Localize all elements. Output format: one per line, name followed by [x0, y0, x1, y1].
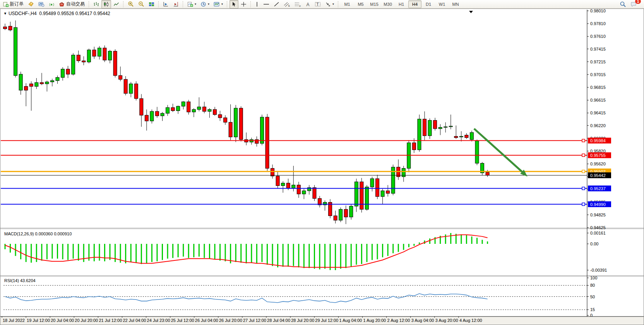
hline-endpoint-marker[interactable] — [582, 139, 585, 142]
candle — [265, 114, 269, 171]
auto-trading-button[interactable]: 自动交易 — [57, 0, 87, 9]
vertical-line-tool-button[interactable] — [253, 0, 261, 9]
hline-endpoint-marker[interactable] — [582, 170, 585, 173]
candle-body-down — [255, 140, 259, 143]
candle-body-up — [470, 133, 473, 140]
indicators-button[interactable]: ▾ — [185, 0, 198, 9]
price-tick-label: 0.97215 — [590, 60, 606, 64]
equidistant-channel-tool-button[interactable]: E — [282, 0, 292, 9]
candle-body-up — [182, 102, 185, 106]
candle-body-up — [45, 82, 49, 84]
signals-button[interactable] — [47, 0, 57, 9]
tile-windows-button[interactable] — [147, 0, 156, 9]
time-tick-label: 19 Jul 12:00 — [27, 318, 50, 323]
candle-body-down — [134, 84, 138, 99]
search-button[interactable] — [618, 0, 628, 9]
timeframe-M30[interactable]: M30 — [381, 0, 394, 8]
time-axis[interactable]: 18 Jul 202219 Jul 12:0020 Jul 04:0020 Ju… — [0, 316, 644, 325]
time-tick-label: 21 Jul 12:00 — [99, 318, 122, 323]
zoom-in-icon — [128, 1, 134, 7]
notification-badge: 1 — [635, 0, 641, 4]
toolbar-separator — [338, 1, 339, 7]
dropdown-caret: ▾ — [332, 2, 334, 6]
candle-body-down — [9, 26, 12, 30]
candle-body-down — [155, 111, 159, 116]
text-label-tool-button[interactable]: T — [313, 0, 323, 9]
candle-body-up — [208, 109, 211, 111]
toolbar-separator — [250, 1, 251, 7]
candle-body-up — [161, 113, 164, 116]
hline-price-box: 0.95237 — [588, 185, 611, 191]
arrows-icon — [325, 2, 331, 7]
candlestick-mode-button[interactable] — [101, 0, 111, 9]
timeframe-H1[interactable]: H1 — [395, 0, 408, 8]
time-tick-label: 20 Jul 20:00 — [75, 318, 98, 323]
hline-endpoint-marker[interactable] — [582, 203, 585, 206]
candle — [428, 118, 432, 139]
timeframe-H4[interactable]: H4 — [408, 0, 421, 8]
horizontal-line-tool-button[interactable] — [261, 0, 271, 9]
chart-background — [0, 9, 644, 325]
cursor-tool-button[interactable] — [230, 0, 238, 9]
text-tool-button[interactable]: A — [303, 0, 312, 9]
trendline-tool-button[interactable] — [272, 0, 281, 9]
chart-window: ▼USDCHF-,H4 0.95489 0.95526 0.95417 0.95… — [0, 9, 644, 325]
hline-endpoint-marker[interactable] — [582, 187, 585, 190]
main-toolbar: 新订单 自动交易 ▾ ▾ — [0, 0, 644, 9]
candle — [113, 49, 117, 77]
timeframe-M5[interactable]: M5 — [354, 0, 367, 8]
candle-body-up — [459, 136, 463, 137]
candle-body-up — [50, 81, 54, 82]
new-order-button[interactable]: 新订单 — [1, 0, 26, 9]
svg-text:E: E — [288, 5, 290, 7]
periods-button[interactable]: ▾ — [199, 0, 211, 9]
indicators-icon — [187, 2, 193, 7]
candle-body-down — [77, 55, 80, 61]
price-tick-label: 0.98010 — [590, 9, 606, 13]
zoom-out-button[interactable] — [136, 0, 146, 9]
fibonacci-tool-button[interactable]: F — [293, 0, 303, 9]
price-quotes-button[interactable] — [26, 0, 36, 9]
hline-price-box-label: 0.95984 — [590, 138, 606, 143]
chart-shift-button[interactable] — [171, 0, 181, 9]
toolbar-separator — [183, 1, 183, 7]
candle-body-down — [66, 69, 70, 74]
candle-body-down — [386, 191, 390, 194]
zoom-in-button[interactable] — [126, 0, 136, 9]
line-chart-mode-button[interactable] — [111, 0, 121, 9]
rsi-tick-label: 15 — [590, 307, 595, 312]
arrows-tool-button[interactable]: ▾ — [323, 0, 336, 9]
timeframe-MN[interactable]: MN — [449, 0, 462, 8]
timeframe-M1[interactable]: M1 — [341, 0, 354, 8]
time-tick-label: 18 Jul 2022 — [3, 318, 25, 323]
toolbar-separator — [123, 1, 124, 7]
timeframe-W1[interactable]: W1 — [435, 0, 449, 8]
bar-chart-icon — [93, 2, 99, 7]
candle-body-down — [213, 109, 217, 114]
timeframe-M15[interactable]: M15 — [368, 0, 381, 8]
time-tick-label: 1 Aug 04:00 — [339, 318, 362, 323]
candle-body-down — [334, 216, 337, 220]
market-watch-button[interactable] — [36, 0, 46, 9]
price-tick-label: 0.96615 — [590, 98, 606, 102]
timeframe-D1[interactable]: D1 — [422, 0, 435, 8]
templates-button[interactable]: ▾ — [212, 0, 225, 9]
hline-endpoint-marker[interactable] — [582, 154, 585, 157]
candle-body-down — [202, 107, 206, 112]
candle-body-down — [276, 176, 279, 186]
auto-trading-label: 自动交易 — [66, 1, 85, 7]
candle-body-up — [108, 51, 112, 60]
notifications-button[interactable]: 1 — [629, 0, 639, 9]
hline-price-box-label: 0.94990 — [590, 202, 606, 207]
time-tick-label: 29 Jul 12:00 — [315, 318, 338, 323]
bar-chart-mode-button[interactable] — [91, 0, 101, 9]
crosshair-tool-button[interactable] — [239, 0, 248, 9]
auto-scroll-button[interactable] — [161, 0, 171, 9]
chart-canvas[interactable]: 0.980100.978100.976100.974150.972150.970… — [0, 9, 644, 325]
auto-scroll-icon — [163, 2, 169, 7]
candle-body-down — [486, 172, 489, 175]
chart-title-collapse-icon[interactable]: ▼ — [3, 12, 7, 15]
chart-title: ▼USDCHF-,H4 0.95489 0.95526 0.95417 0.95… — [3, 11, 110, 16]
time-tick-label: 20 Jul 04:00 — [51, 318, 74, 323]
dropdown-caret: ▾ — [208, 2, 209, 6]
